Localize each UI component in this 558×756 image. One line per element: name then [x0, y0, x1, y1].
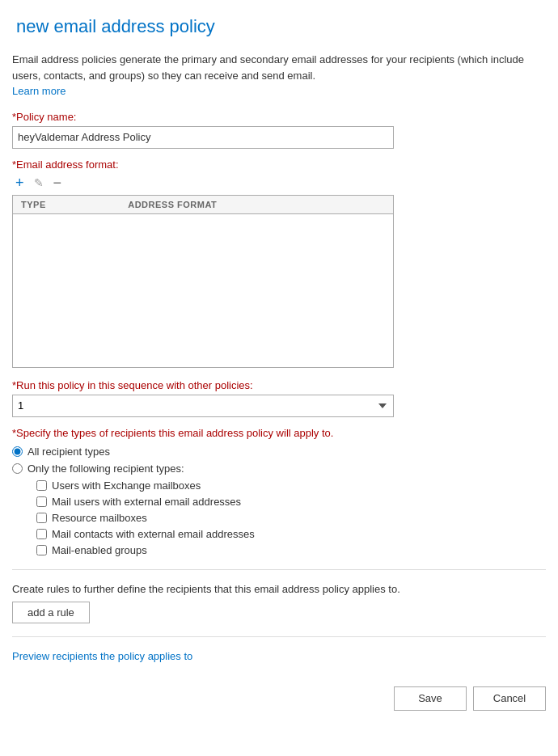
- email-format-label: *Email address format:: [12, 158, 546, 171]
- rules-divider: [12, 636, 546, 637]
- mail-enabled-groups-label: Mail-enabled groups: [52, 544, 147, 556]
- address-format-table: TYPE ADDRESS FORMAT: [12, 195, 394, 368]
- delete-format-button[interactable]: −: [50, 174, 66, 192]
- specific-recipient-types-label: Only the following recipient types:: [27, 462, 184, 475]
- description-text: Email address policies generate the prim…: [12, 53, 524, 82]
- policy-name-label: *Policy name:: [12, 111, 546, 123]
- address-format-column-header: ADDRESS FORMAT: [120, 195, 393, 213]
- users-exchange-checkbox[interactable]: [36, 480, 47, 491]
- mail-contacts-option[interactable]: Mail contacts with external email addres…: [36, 528, 546, 540]
- mail-users-checkbox[interactable]: [36, 496, 47, 507]
- cancel-button[interactable]: Cancel: [473, 686, 546, 711]
- mail-enabled-groups-option[interactable]: Mail-enabled groups: [36, 544, 546, 556]
- mail-enabled-groups-checkbox[interactable]: [36, 545, 47, 555]
- resource-mailboxes-checkbox[interactable]: [36, 513, 47, 523]
- page-title: new email address policy: [12, 16, 546, 37]
- all-recipient-types-radio[interactable]: [12, 446, 23, 457]
- users-exchange-option[interactable]: Users with Exchange mailboxes: [36, 479, 546, 492]
- rules-section: Create rules to further define the recip…: [12, 583, 546, 623]
- recipient-types-section: *Specify the types of recipients this em…: [12, 427, 546, 556]
- type-column-header: TYPE: [13, 195, 120, 213]
- description-block: Email address policies generate the prim…: [12, 52, 546, 99]
- mail-contacts-label: Mail contacts with external email addres…: [52, 528, 255, 540]
- format-toolbar: + ✎ −: [12, 174, 546, 192]
- rules-description: Create rules to further define the recip…: [12, 583, 546, 595]
- mail-contacts-checkbox[interactable]: [36, 529, 47, 539]
- learn-more-link[interactable]: Learn more: [12, 85, 66, 97]
- sequence-label: *Run this policy in this sequence with o…: [12, 379, 546, 391]
- email-address-format-section: *Email address format: + ✎ − TYPE ADDRES…: [12, 158, 546, 368]
- specific-recipient-types-option[interactable]: Only the following recipient types:: [12, 462, 546, 475]
- sequence-section: *Run this policy in this sequence with o…: [12, 379, 546, 417]
- mail-users-label: Mail users with external email addresses: [52, 496, 241, 508]
- preview-recipients-link[interactable]: Preview recipients the policy applies to: [12, 650, 546, 662]
- table-empty-row: [13, 213, 394, 367]
- policy-name-section: *Policy name:: [12, 111, 546, 149]
- add-rule-button[interactable]: add a rule: [12, 602, 90, 623]
- sequence-select[interactable]: 1 2 3 4 5: [12, 395, 394, 417]
- add-format-button[interactable]: +: [12, 174, 27, 192]
- users-exchange-label: Users with Exchange mailboxes: [52, 479, 201, 492]
- mail-users-option[interactable]: Mail users with external email addresses: [36, 496, 546, 508]
- action-buttons-container: Save Cancel: [12, 686, 546, 711]
- all-recipient-types-option[interactable]: All recipient types: [12, 446, 546, 458]
- save-button[interactable]: Save: [394, 686, 467, 711]
- policy-name-input[interactable]: [12, 126, 394, 149]
- all-recipient-types-label: All recipient types: [27, 446, 110, 458]
- recipient-checkboxes: Users with Exchange mailboxes Mail users…: [36, 479, 546, 556]
- recipient-types-label: *Specify the types of recipients this em…: [12, 427, 546, 439]
- specific-recipient-types-radio[interactable]: [12, 463, 23, 474]
- resource-mailboxes-label: Resource mailboxes: [52, 512, 147, 524]
- edit-format-button[interactable]: ✎: [31, 175, 47, 190]
- section-divider: [12, 569, 546, 570]
- resource-mailboxes-option[interactable]: Resource mailboxes: [36, 512, 546, 524]
